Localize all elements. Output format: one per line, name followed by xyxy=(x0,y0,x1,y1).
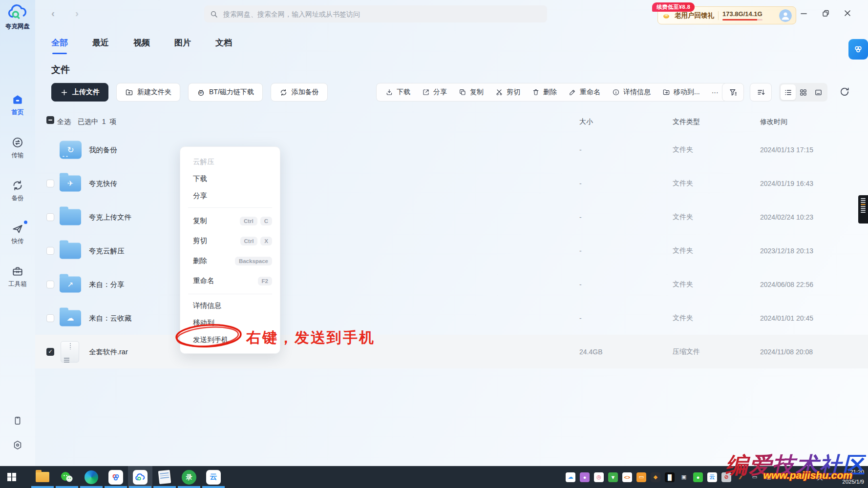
more-action-button[interactable]: ··· xyxy=(706,83,724,101)
taskbar-app-wechat[interactable] xyxy=(55,466,79,488)
paint-icon[interactable]: ∕∕ xyxy=(736,472,745,482)
column-type[interactable]: 文件类型 xyxy=(673,118,700,126)
dolby-icon[interactable]: ▐▌ xyxy=(665,472,675,482)
sidebar-item-backup[interactable]: 备份 xyxy=(11,179,24,203)
list-view-button[interactable] xyxy=(781,84,796,100)
add-backup-button[interactable]: 添加备份 xyxy=(271,83,328,102)
settings-icon[interactable] xyxy=(12,440,23,452)
blocked-icon[interactable]: ⊘ xyxy=(721,472,731,482)
file-row[interactable]: ✓全套软件.rar24.4GB压缩文件2024/11/08 20:08 xyxy=(35,335,868,368)
file-row[interactable]: ↗来自：分享-文件夹2024/06/08 22:56 xyxy=(35,267,868,301)
download-action-button[interactable]: 下载 xyxy=(380,83,416,101)
sidebar-item-home[interactable]: 首页 xyxy=(11,93,24,117)
floating-quark-widget[interactable] xyxy=(848,39,868,60)
menu-item-share[interactable]: 分享 xyxy=(180,187,280,204)
taskbar-clock[interactable]: 21:20 2025/1/9 xyxy=(842,467,864,487)
move-to-action-button[interactable]: 移动到... xyxy=(656,83,706,101)
taskbar-app-edge[interactable] xyxy=(79,466,104,488)
monitor-icon[interactable]: ▢ xyxy=(764,472,774,482)
sidebar-item-toolbox[interactable]: 工具箱 xyxy=(8,265,27,288)
minimize-icon[interactable] xyxy=(799,9,808,18)
select-all-checkbox[interactable] xyxy=(46,116,54,124)
tab-recent[interactable]: 最近 xyxy=(92,37,109,54)
taskbar-app-explorer[interactable] xyxy=(30,466,55,488)
clipboard-stack-icon[interactable]: ▣ xyxy=(679,472,689,482)
grid-view-button[interactable] xyxy=(796,84,811,100)
column-size[interactable]: 大小 xyxy=(579,118,593,126)
filter-button[interactable] xyxy=(722,83,744,102)
tab-doc[interactable]: 文档 xyxy=(215,37,232,54)
detail-action-button[interactable]: 详情信息 xyxy=(606,83,656,101)
sidebar-bottom xyxy=(12,415,23,452)
menu-item-delete[interactable]: 删除Backspace xyxy=(180,251,280,271)
file-row[interactable]: 夸克云解压-文件夹2023/12/18 20:13 xyxy=(35,234,868,267)
taskbar-app-quark[interactable] xyxy=(128,466,152,488)
battery-icon[interactable]: ▭ xyxy=(750,472,760,482)
row-checkbox[interactable] xyxy=(46,247,54,255)
language-indicator[interactable]: 英 xyxy=(817,473,823,482)
row-checkbox[interactable] xyxy=(46,213,54,221)
column-time[interactable]: 修改时间 xyxy=(760,118,787,126)
taskbar-app-recorder[interactable]: 录 xyxy=(177,466,201,488)
code-icon[interactable]: <> xyxy=(622,472,632,482)
upload-button[interactable]: 上传文件 xyxy=(51,83,108,102)
forward-icon[interactable]: › xyxy=(75,8,79,18)
rename-action-button[interactable]: 重命名 xyxy=(563,83,606,101)
taskbar-app-notepad[interactable] xyxy=(152,466,177,488)
menu-item-detail[interactable]: 详情信息 xyxy=(180,297,280,314)
taskbar-app-yun[interactable]: 云 xyxy=(201,466,226,488)
shield-icon[interactable]: ◆ xyxy=(651,472,660,482)
menu-item-move-to[interactable]: 移动到... xyxy=(180,314,280,331)
menu-item-copy[interactable]: 复制CtrlC xyxy=(180,211,280,231)
taskbar-app-knot[interactable] xyxy=(104,466,128,488)
knot-tray-icon[interactable]: ◎ xyxy=(594,472,604,482)
delete-action-button[interactable]: 删除 xyxy=(526,83,563,101)
promo-banner[interactable]: 续费低至¥8.8 老用户回馈礼 173.8G/14.1G xyxy=(657,6,796,24)
start-button[interactable] xyxy=(0,466,23,488)
file-row[interactable]: 夸克上传文件-文件夹2024/02/24 10:23 xyxy=(35,200,868,234)
tab-image[interactable]: 图片 xyxy=(174,37,191,54)
menu-item-label: 详情信息 xyxy=(193,301,221,310)
tab-all[interactable]: 全部 xyxy=(51,37,68,54)
search-input[interactable] xyxy=(222,10,541,19)
row-checkbox[interactable] xyxy=(46,314,54,322)
file-row[interactable]: ☁来自：云收藏-文件夹2024/01/01 20:45 xyxy=(35,301,868,335)
idm-icon[interactable]: ▼ xyxy=(608,472,618,482)
cut-action-button[interactable]: 剪切 xyxy=(489,83,526,101)
share-action-button[interactable]: 分享 xyxy=(416,83,453,101)
menu-item-download[interactable]: 下载 xyxy=(180,170,280,187)
select-all-label[interactable]: 全选 xyxy=(57,118,71,126)
restore-icon[interactable] xyxy=(821,9,830,18)
menu-item-cut[interactable]: 剪切CtrlX xyxy=(180,231,280,251)
file-name: 我的备份 xyxy=(89,145,117,154)
refresh-button[interactable] xyxy=(839,86,851,99)
row-checkbox[interactable] xyxy=(46,180,54,187)
yun-tray-icon[interactable]: 云 xyxy=(707,472,717,482)
file-type: 文件夹 xyxy=(673,246,693,255)
menu-item-rename[interactable]: 重命名F2 xyxy=(180,271,280,291)
cat-app-icon[interactable]: ● xyxy=(580,472,590,482)
wechat-tray-icon[interactable]: ● xyxy=(693,472,703,482)
edge-docked-widget[interactable] xyxy=(858,195,868,224)
phone-icon[interactable] xyxy=(12,415,23,428)
panel-view-button[interactable] xyxy=(811,84,826,100)
window-app-icon[interactable]: ▭ xyxy=(636,472,646,482)
copy-action-button[interactable]: 复制 xyxy=(453,83,489,101)
sidebar-item-kuaichuan[interactable]: 快传 xyxy=(11,222,24,245)
new-folder-button[interactable]: 新建文件夹 xyxy=(116,83,180,102)
back-icon[interactable]: ‹ xyxy=(51,8,55,18)
bt-download-button[interactable]: BTBT/磁力链下载 xyxy=(188,83,263,102)
menu-item-send-to-phone[interactable]: 发送到手机 xyxy=(180,331,280,348)
close-icon[interactable] xyxy=(843,9,852,18)
sort-button[interactable] xyxy=(750,83,772,102)
file-row[interactable]: ↻我的备份-文件夹2024/01/13 17:15 xyxy=(35,133,868,166)
sidebar-item-transfer[interactable]: 传输 xyxy=(11,136,24,160)
file-size: - xyxy=(579,146,582,154)
row-checkbox[interactable]: ✓ xyxy=(46,348,54,356)
quark-tray-icon[interactable]: ☁ xyxy=(566,472,575,482)
avatar[interactable] xyxy=(779,9,792,22)
row-checkbox[interactable] xyxy=(46,281,54,288)
search-bar[interactable] xyxy=(204,5,547,22)
tab-video[interactable]: 视频 xyxy=(133,37,150,54)
file-row[interactable]: ✈夸克快传-文件夹2024/01/19 16:43 xyxy=(35,166,868,200)
